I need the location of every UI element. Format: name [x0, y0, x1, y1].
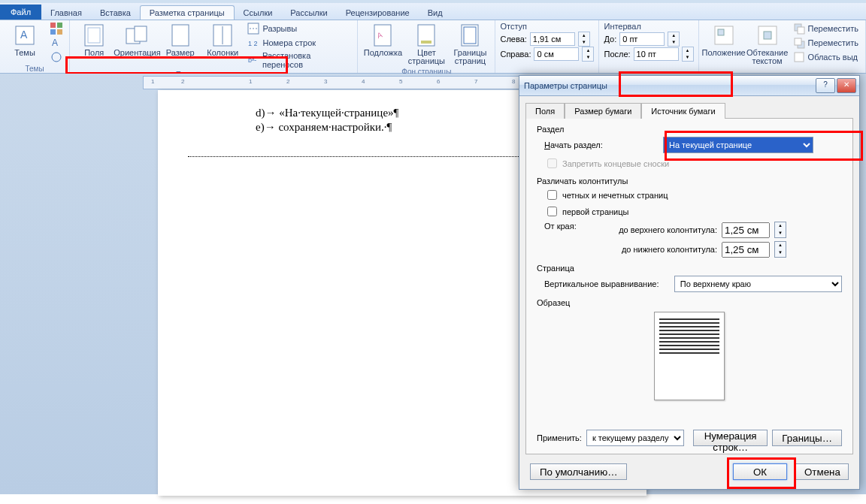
group-indent: Отступ Слева:▲▼ Справа:▲▼ [495, 20, 599, 73]
valign-select[interactable]: По верхнему краю [674, 276, 842, 292]
svg-text:bª-: bª- [248, 56, 256, 64]
line-numbers-button[interactable]: 1 2Номера строк [245, 36, 353, 50]
dlg-tab-paper-source[interactable]: Источник бумаги [641, 103, 725, 119]
tab-file[interactable]: Файл [0, 5, 41, 20]
watermark-button[interactable]: AПодложка [362, 22, 403, 59]
preview-thumbnail [654, 312, 725, 400]
columns-button[interactable]: Колонки [203, 22, 242, 59]
wrap-text-button[interactable]: Обтекание текстом [747, 22, 788, 67]
to-header-label: до верхнего колонтитула: [597, 225, 717, 234]
spinner[interactable]: ▲▼ [578, 32, 590, 47]
spinner[interactable]: ▲▼ [774, 222, 786, 238]
theme-effects[interactable] [48, 50, 65, 64]
group-themes: A Темы A Темы [0, 20, 70, 73]
apply-to-select[interactable]: к текущему разделу [586, 430, 684, 446]
svg-rect-4 [50, 29, 56, 35]
group-spacing: Интервал До:▲▼ После:▲▼ [599, 20, 698, 73]
ribbon: A Темы A Темы Поля Ориентация Размер Кол… [0, 20, 866, 74]
svg-rect-3 [57, 23, 62, 28]
svg-rect-2 [50, 23, 56, 28]
selection-pane: Область выд [791, 50, 861, 64]
page-color-button[interactable]: Цвет страницы [406, 22, 447, 67]
spacing-after-input[interactable] [634, 47, 679, 61]
margins-button[interactable]: Поля [74, 22, 114, 59]
from-edge-label: От края: [544, 222, 589, 231]
valign-label: Вертикальное выравнивание: [544, 279, 668, 288]
spacing-after-label: После: [604, 50, 630, 59]
dlg-tab-fields[interactable]: Поля [525, 103, 565, 119]
default-button[interactable]: По умолчанию… [530, 463, 627, 480]
odd-even-label: четных и нечетных страниц [562, 191, 668, 200]
ribbon-tabs: Файл Главная Вставка Разметка страницы С… [0, 3, 866, 20]
svg-rect-33 [795, 53, 804, 62]
position-button[interactable]: Положение [704, 22, 744, 59]
indent-right-label: Справа: [500, 50, 531, 59]
cancel-button[interactable]: Отмена [795, 463, 849, 480]
spinner[interactable]: ▲▼ [582, 47, 594, 62]
dialog-titlebar[interactable]: Параметры страницы ? ✕ [519, 76, 859, 96]
borders-button[interactable]: Границы… [772, 430, 842, 446]
tab-view[interactable]: Вид [419, 6, 452, 20]
spacing-before-input[interactable] [619, 32, 665, 46]
tab-insert[interactable]: Вставка [91, 6, 140, 20]
preview-label: Образец [537, 298, 842, 307]
spinner[interactable]: ▲▼ [774, 241, 786, 258]
svg-rect-22 [421, 41, 431, 44]
indent-left-input[interactable] [530, 32, 575, 46]
group-page-setup: Поля Ориентация Размер Колонки Разрывы 1… [70, 20, 358, 73]
spacing-before-label: До: [604, 35, 616, 44]
svg-text:1 2: 1 2 [248, 40, 258, 47]
hyphenation-button[interactable]: bª-Расстановка переносов [245, 50, 353, 70]
group-label-themes: Темы [5, 64, 65, 74]
svg-point-7 [52, 53, 61, 62]
indent-title: Отступ [500, 22, 527, 31]
footer-distance-input[interactable] [722, 242, 770, 258]
group-page-background: AПодложка Цвет страницы Границы страниц … [358, 20, 495, 73]
first-page-check[interactable] [547, 207, 557, 216]
page-setup-dialog: Параметры страницы ? ✕ Поля Размер бумаг… [519, 75, 860, 490]
suppress-endnotes-label: Запретить концевые сноски [562, 159, 669, 168]
svg-rect-5 [57, 29, 62, 35]
dialog-title: Параметры страницы [524, 81, 607, 90]
tab-home[interactable]: Главная [41, 6, 91, 20]
apply-to-label: Применить: [537, 433, 582, 442]
indent-left-label: Слева: [500, 35, 526, 44]
ok-button[interactable]: ОК [733, 463, 787, 480]
svg-rect-12 [172, 25, 189, 46]
headers-label: Различать колонтитулы [537, 177, 842, 186]
svg-rect-11 [135, 26, 147, 41]
to-footer-label: до нижнего колонтитула: [597, 245, 717, 254]
start-section-label: ННачать раздел:ачать раздел: [544, 140, 657, 149]
page-label: Страница [537, 264, 842, 273]
tab-page-layout[interactable]: Разметка страницы [140, 5, 235, 20]
breaks-button[interactable]: Разрывы [245, 22, 353, 35]
odd-even-check[interactable] [547, 190, 557, 200]
header-distance-input[interactable] [722, 222, 770, 238]
line-numbers-button[interactable]: Нумерация строк… [693, 430, 768, 446]
suppress-endnotes-check [547, 158, 557, 168]
themes-button[interactable]: A Темы [5, 22, 45, 59]
indent-right-input[interactable] [534, 47, 579, 61]
start-section-select[interactable]: На текущей странице [663, 137, 813, 153]
group-arrange: Положение Обтекание текстом Переместить … [699, 20, 866, 73]
section-label: Раздел [537, 125, 842, 134]
theme-fonts[interactable]: A [48, 36, 65, 50]
send-backward: Переместить [791, 36, 861, 50]
theme-colors[interactable] [48, 22, 65, 35]
tab-references[interactable]: Ссылки [235, 6, 282, 20]
svg-rect-28 [764, 32, 771, 39]
size-button[interactable]: Размер [160, 22, 199, 59]
spinner[interactable]: ▲▼ [668, 32, 680, 47]
tab-mailings[interactable]: Рассылки [281, 6, 336, 20]
svg-text:A: A [52, 38, 58, 48]
svg-rect-32 [795, 38, 801, 45]
svg-rect-26 [718, 29, 724, 35]
help-button[interactable]: ? [816, 78, 835, 93]
spinner[interactable]: ▲▼ [682, 47, 694, 62]
dlg-tab-paper-size[interactable]: Размер бумаги [565, 103, 641, 119]
page-borders-button[interactable]: Границы страниц [450, 22, 490, 67]
svg-rect-30 [798, 27, 804, 34]
orientation-button[interactable]: Ориентация [117, 22, 157, 59]
close-button[interactable]: ✕ [837, 78, 856, 93]
tab-review[interactable]: Рецензирование [337, 6, 419, 20]
